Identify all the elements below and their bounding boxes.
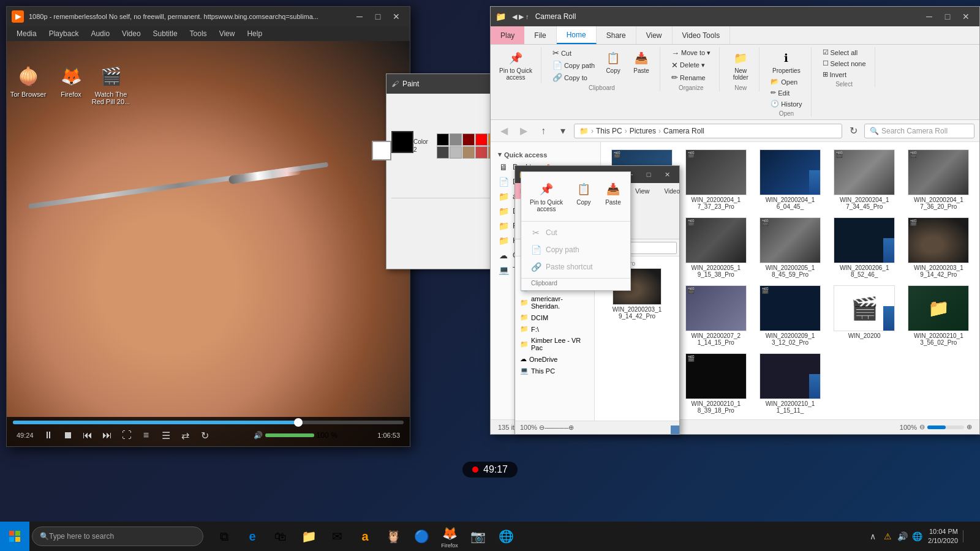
vlc-minimize-button[interactable]: ─ — [351, 10, 368, 23]
context-copy-button[interactable]: 📋 Copy — [571, 178, 596, 215]
nav-back-button[interactable]: ◀ — [496, 122, 513, 140]
desktop-icon-watch-video[interactable]: 🎬 Watch The Red Pill 20... — [89, 61, 133, 108]
ribbon-rename-button[interactable]: ✏ Rename — [668, 72, 714, 83]
show-desktop-button[interactable] — [963, 530, 975, 542]
start-button[interactable] — [0, 522, 29, 551]
file-item[interactable]: 🎬 WIN_20200204_17_34_45_Pro — [829, 147, 900, 212]
explorer2-sidebar-fdrive[interactable]: 📁 F:\ — [515, 323, 594, 335]
vlc-fullscreen-button[interactable]: ⛶ — [118, 428, 135, 443]
file-item[interactable]: 🎬 WIN_20200204_17_36_20_Pro — [903, 147, 974, 212]
explorer2-tab-view[interactable]: View — [628, 183, 657, 199]
tray-volume-icon[interactable]: 🔊 — [896, 530, 908, 542]
breadcrumb-pictures[interactable]: Pictures — [630, 127, 656, 135]
vlc-menu-subtitle[interactable]: Subtitle — [148, 28, 183, 39]
file-item[interactable]: WIN_20200206_18_52_46_ — [829, 215, 900, 280]
breadcrumb-this-pc-label[interactable]: This PC — [596, 127, 622, 135]
vlc-menu-tools[interactable]: Tools — [185, 28, 212, 39]
vlc-menu-media[interactable]: Media — [12, 28, 42, 39]
context-pin-quick-access-button[interactable]: 📌 Pin to Quickaccess — [526, 178, 567, 215]
file-item[interactable]: WIN_20200210_11_15_11_ — [754, 351, 826, 416]
paint-color-cell[interactable] — [437, 146, 449, 159]
breadcrumb-camera-roll[interactable]: Camera Roll — [663, 127, 704, 135]
file-item[interactable]: 🎬 WIN_20200207_21_14_15_Pro — [680, 283, 752, 348]
paint-color-cell[interactable] — [475, 146, 488, 159]
tray-overflow-button[interactable]: ∧ — [867, 530, 879, 542]
paint-color-cell[interactable] — [437, 133, 449, 146]
explorer-close-button[interactable]: ✕ — [957, 10, 974, 23]
taskbar-search-box[interactable]: 🔍 Type here to search — [32, 527, 203, 546]
desktop-icon-firefox[interactable]: 🦊 Firefox — [49, 61, 93, 100]
breadcrumb-this-pc[interactable]: 📁 — [579, 127, 589, 135]
zoom-slider[interactable] — [927, 425, 964, 429]
context-copy-path-item[interactable]: 📄 Copy path — [521, 241, 630, 258]
file-item[interactable]: WIN_20200204_16_04_45_ — [754, 147, 826, 212]
file-item[interactable]: 🎬 WIN_20200203_19_14_42_Pro — [903, 215, 974, 280]
explorer-maximize-button[interactable]: □ — [939, 10, 956, 23]
explorer-address-bar[interactable]: 📁 › This PC › Pictures › Camera Roll — [574, 124, 842, 138]
ribbon-paste-button[interactable]: 📥 Paste — [628, 47, 655, 83]
ribbon-copy-button[interactable]: 📋 Copy — [600, 47, 627, 83]
taskbar-icon-firefox[interactable]: 🦊 Firefox — [436, 523, 463, 550]
explorer2-tab-video[interactable]: Video — [657, 183, 687, 199]
vlc-progress-bar[interactable] — [13, 421, 404, 424]
ribbon-history-button[interactable]: 🕐 History — [767, 99, 805, 109]
vlc-prev-button[interactable]: ⏮ — [79, 428, 96, 443]
file-item[interactable]: 🎬 WIN_20200209_13_12_02_Pro — [754, 283, 826, 348]
file-item[interactable]: 🎬 WIN_20200204_17_37_23_Pro — [680, 147, 752, 212]
vlc-next-button[interactable]: ⏭ — [99, 428, 116, 443]
ribbon-new-folder-button[interactable]: 📁 Newfolder — [727, 47, 754, 83]
ribbon-pin-quick-access-button[interactable]: 📌 Pin to Quickaccess — [496, 47, 536, 83]
taskbar-clock[interactable]: 10:04 PM 2/10/2020 — [928, 527, 958, 546]
vlc-menu-audio[interactable]: Audio — [86, 28, 115, 39]
context-paste-button[interactable]: 📥 Paste — [601, 178, 625, 215]
taskbar-icon-tripadvisor[interactable]: 🦉 — [380, 523, 407, 550]
quick-access-header[interactable]: ▾ Quick access — [491, 147, 600, 160]
nav-up-button[interactable]: ↑ — [535, 122, 552, 140]
paint-color-cell[interactable] — [475, 133, 488, 146]
ribbon-tab-video-tools[interactable]: Video Tools — [673, 26, 731, 44]
taskbar-icon-mail[interactable]: ✉ — [323, 523, 350, 550]
ribbon-select-all-button[interactable]: ☑ Select all — [819, 47, 870, 58]
explorer2-sidebar-onedrive[interactable]: ☁ OneDrive — [515, 353, 594, 365]
file-item[interactable]: 🎬 WIN_20200205_18_45_59_Pro — [754, 215, 826, 280]
explorer-minimize-button[interactable]: ─ — [921, 10, 938, 23]
vlc-menu-help[interactable]: Help — [242, 28, 267, 39]
ribbon-cut-button[interactable]: ✂ Cut — [549, 47, 598, 59]
paint-color-cell[interactable] — [450, 133, 462, 146]
tray-network-icon[interactable]: 🌐 — [911, 530, 923, 542]
vlc-menu-playback[interactable]: Playback — [44, 28, 84, 39]
explorer2-sidebar-americavr[interactable]: 📁 americavr-Sheridan. — [515, 293, 594, 312]
ribbon-tab-file[interactable]: File — [524, 26, 556, 44]
desktop-icon-tor-browser[interactable]: 🧅 Tor Browser — [6, 61, 50, 100]
vlc-repeat-button[interactable]: ↻ — [197, 428, 214, 443]
vlc-volume-icon[interactable]: 🔊 — [254, 431, 263, 440]
ribbon-tab-view[interactable]: View — [636, 26, 673, 44]
vlc-play-pause-button[interactable]: ⏸ — [40, 428, 57, 443]
ribbon-invert-select-button[interactable]: ⊞ Invert — [819, 69, 870, 80]
taskbar-icon-unknown2[interactable]: 🌐 — [492, 523, 519, 550]
ribbon-tab-share[interactable]: Share — [597, 26, 636, 44]
file-item[interactable]: 📁 WIN_20200210_13_56_02_Pro — [903, 283, 974, 348]
vlc-menu-view[interactable]: View — [214, 28, 240, 39]
vlc-menu-video[interactable]: Video — [117, 28, 145, 39]
nav-recent-button[interactable]: ▾ — [554, 122, 571, 140]
zoom-minus-button[interactable]: ⊖ — [919, 423, 925, 431]
zoom-plus-button[interactable]: ⊕ — [967, 423, 972, 431]
ribbon-edit-button[interactable]: ✏ Edit — [767, 88, 805, 98]
vlc-extended-button[interactable]: ≡ — [138, 428, 155, 443]
vlc-maximize-button[interactable]: □ — [369, 10, 386, 23]
vlc-close-button[interactable]: ✕ — [388, 10, 405, 23]
taskbar-icon-file-explorer[interactable]: 📁 — [295, 523, 322, 550]
paint-color-cell[interactable] — [462, 133, 475, 146]
file-item[interactable]: 🎬 WIN_20200 — [829, 283, 900, 348]
vlc-progress-handle[interactable] — [294, 418, 303, 427]
taskbar-icon-camera[interactable]: 📷 — [464, 523, 491, 550]
ribbon-copy-path-button[interactable]: 📄 Copy path — [549, 59, 598, 71]
taskbar-icon-store[interactable]: 🛍 — [267, 523, 294, 550]
vlc-video-area[interactable]: 49:24 ⏸ ⏹ ⏮ ⏭ ⛶ ≡ ☰ ⇄ ↻ 🔊 100 — [7, 41, 410, 446]
ribbon-tab-play[interactable]: Play — [491, 26, 524, 44]
vlc-volume-bar[interactable] — [265, 433, 314, 437]
taskbar-icon-unknown[interactable]: 🔵 — [408, 523, 435, 550]
vlc-stop-button[interactable]: ⏹ — [59, 428, 77, 443]
explorer2-sidebar-thispc[interactable]: 💻 This PC — [515, 365, 594, 377]
